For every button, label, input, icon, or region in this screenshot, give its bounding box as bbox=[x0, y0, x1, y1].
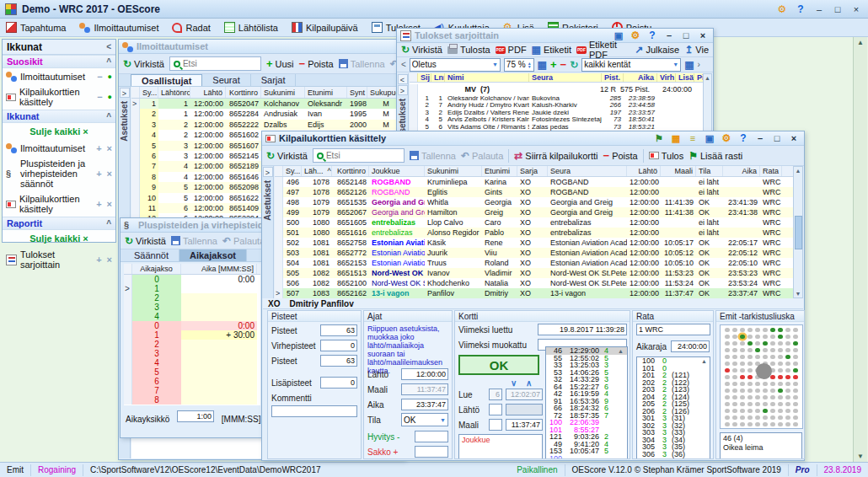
extra-points-field[interactable]: 0 bbox=[320, 377, 357, 389]
column-header[interactable]: Pisteet bbox=[694, 73, 703, 82]
table-row[interactable]: 4612:29:004 bbox=[546, 347, 627, 355]
table-row[interactable]: 499:41:204 bbox=[546, 441, 627, 448]
delete-button[interactable]: −Poista bbox=[299, 57, 334, 70]
list-layout-icon[interactable]: ≡ bbox=[686, 131, 699, 145]
add-favorite-icon[interactable]: + bbox=[95, 255, 104, 265]
scroll-up-icon[interactable]: ▲ bbox=[701, 358, 707, 364]
table-row[interactable]: 3313:25:033 bbox=[546, 362, 627, 369]
column-header[interactable]: Korttinro bbox=[226, 87, 261, 98]
restore-button[interactable]: ↶Palauta bbox=[222, 235, 265, 247]
table-row[interactable]: 49910798652067Georgia and GreigHamiltonG… bbox=[275, 207, 795, 217]
table-row[interactable]: 3043(34) bbox=[637, 437, 710, 444]
table-row[interactable]: 49810798651535Georgia and GreiWhitlaGeor… bbox=[275, 197, 795, 207]
time-limit-field[interactable]: 24:00:00 bbox=[671, 340, 710, 352]
table-row[interactable]: 6618:24:326 bbox=[546, 405, 627, 412]
toolbar-item-radat[interactable]: Radat bbox=[169, 20, 212, 35]
maximize-icon[interactable]: □ bbox=[831, 3, 844, 16]
labels-pdf-button[interactable]: PDFEtiketit PDF bbox=[576, 40, 630, 60]
remove-column-icon[interactable]: − bbox=[560, 58, 567, 71]
table-row[interactable]: 3063(36) bbox=[637, 451, 710, 458]
window-mode-icon[interactable]: ▣ bbox=[703, 131, 716, 145]
column-header[interactable]: Lnro bbox=[431, 73, 445, 82]
close-window-icon[interactable]: × bbox=[107, 143, 112, 153]
table-row[interactable]: 4 bbox=[124, 312, 260, 321]
column-header[interactable]: Tila bbox=[696, 166, 723, 176]
tab-saannot[interactable]: Säännöt bbox=[124, 249, 179, 261]
table-row[interactable]: 50610828652100Nord-West OK St.PeKhodchen… bbox=[275, 278, 795, 288]
table-row[interactable]: 1010 bbox=[637, 365, 710, 372]
print-button[interactable]: Tulosta bbox=[447, 45, 490, 55]
grid-layout-icon[interactable]: ▦ bbox=[669, 131, 683, 145]
save-button[interactable]: Tallenna bbox=[171, 236, 217, 246]
settings-vertical-tab[interactable]: Asetukset bbox=[263, 180, 272, 221]
scroll-up-icon[interactable]: ▲ bbox=[618, 348, 624, 354]
nav-left-icon[interactable]: < bbox=[401, 60, 406, 69]
collapse-up-icon[interactable]: ^ bbox=[106, 112, 111, 121]
table-row[interactable]: 00:00 bbox=[124, 321, 260, 330]
settings-gear-icon[interactable]: ⚙ bbox=[775, 3, 789, 16]
column-header[interactable]: Joukkue bbox=[369, 166, 425, 176]
column-header[interactable]: Lähtönro bbox=[158, 87, 190, 98]
collapse-up-icon[interactable]: ^ bbox=[106, 57, 111, 67]
add-punch-button[interactable]: ⚑Lisää rasti bbox=[689, 150, 742, 162]
finish-code-field[interactable] bbox=[489, 419, 502, 431]
table-row[interactable]: 2012(121) bbox=[637, 372, 710, 379]
table-row[interactable]: 9116:53:369 bbox=[546, 398, 627, 405]
search-box[interactable] bbox=[313, 148, 405, 163]
table-row[interactable]: 50010808651605entrebalizasLlop CalvoCaro… bbox=[275, 217, 795, 228]
labels-button[interactable]: ▦Etiketit bbox=[532, 44, 571, 56]
tab-seurat[interactable]: Seurat bbox=[202, 74, 250, 86]
column-header[interactable]: Rata bbox=[760, 166, 782, 176]
expand-settings-icon[interactable]: > bbox=[120, 88, 130, 98]
bonus-field[interactable] bbox=[415, 431, 448, 442]
table-row[interactable]: 7218:57:357 bbox=[546, 412, 627, 420]
entries-titlebar[interactable]: Ilmoittautumiset bbox=[119, 40, 404, 54]
add-favorite-icon[interactable]: + bbox=[95, 169, 104, 179]
scroll-up-icon[interactable]: ▲ bbox=[705, 74, 710, 82]
table-row[interactable]: 32Edijs Dzalbs / Valters ReneslaJaukie d… bbox=[410, 110, 703, 116]
table-row[interactable]: 7 bbox=[124, 386, 260, 395]
delete-button[interactable]: −Poista bbox=[603, 149, 638, 162]
close-window-icon[interactable]: × bbox=[107, 255, 112, 265]
expand-settings-icon[interactable]: > bbox=[398, 85, 408, 95]
save-button[interactable]: Tallenna bbox=[410, 151, 456, 161]
column-header[interactable]: Lähtö bbox=[190, 87, 226, 98]
status-select[interactable]: OK▼ bbox=[401, 413, 448, 426]
team-listbox[interactable]: Joukkue bbox=[458, 434, 543, 459]
remove-favorite-icon[interactable]: − bbox=[96, 92, 104, 102]
column-header[interactable]: Aika bbox=[723, 166, 760, 176]
elapsed-time-field[interactable]: 23:37:47 bbox=[401, 399, 448, 410]
zoom-spinner[interactable]: 75 %▲▼ bbox=[504, 58, 534, 72]
course-controls-list[interactable]: 100010102012(121)2022(122)2032(123)2042(… bbox=[636, 356, 710, 459]
table-row[interactable]: 1018:55:27 bbox=[546, 426, 627, 434]
column-header[interactable]: Etunimi bbox=[305, 87, 347, 98]
table-row[interactable]: 50110808651616entrebalizasAlonso Regidor… bbox=[275, 228, 795, 238]
save-button[interactable]: Tallenna bbox=[339, 59, 385, 69]
table-row[interactable]: 6415:22:276 bbox=[546, 383, 627, 391]
table-row[interactable]: 6 bbox=[124, 377, 260, 386]
start-time-field[interactable]: 12:00:00 bbox=[401, 368, 448, 380]
column-header[interactable]: Pist. bbox=[602, 73, 624, 82]
table-row[interactable]: 49610788652148ROGBANDKruminliepaKarinaXO… bbox=[275, 177, 795, 187]
tab-osallistujat[interactable]: Osallistujat bbox=[131, 74, 202, 86]
column-header[interactable]: Nimi bbox=[445, 73, 529, 82]
table-row[interactable]: 3 bbox=[124, 303, 260, 312]
column-header[interactable]: Sukunimi bbox=[425, 166, 482, 176]
table-row[interactable]: 100 bbox=[546, 455, 627, 460]
table-row[interactable]: 10022:06:39 bbox=[546, 419, 627, 426]
sidebar-section-raportit[interactable]: Raportit^ bbox=[3, 217, 115, 230]
column-header[interactable]: Etunimi bbox=[482, 166, 517, 176]
new-button[interactable]: +Uusi bbox=[266, 57, 294, 70]
table-row[interactable]: 2 bbox=[124, 340, 260, 349]
column-header[interactable]: Läh... ^ bbox=[302, 166, 332, 176]
maximize-icon[interactable]: □ bbox=[679, 29, 693, 42]
close-window-icon[interactable]: × bbox=[107, 169, 112, 179]
table-row[interactable]: 50410818652153Estonian Aviation AcTruusR… bbox=[275, 258, 795, 268]
refresh-button[interactable]: ↻Virkistä bbox=[125, 235, 166, 247]
toolbar-item-ilmoittautumiset[interactable]: Ilmoittautumiset bbox=[77, 20, 161, 35]
nav-right-icon[interactable]: › bbox=[698, 60, 700, 69]
table-row[interactable]: 2032(123) bbox=[637, 386, 710, 394]
search-input[interactable] bbox=[326, 151, 400, 160]
column-header[interactable]: Lisä bbox=[676, 73, 694, 82]
table-row[interactable]: 2062(126) bbox=[637, 408, 710, 415]
